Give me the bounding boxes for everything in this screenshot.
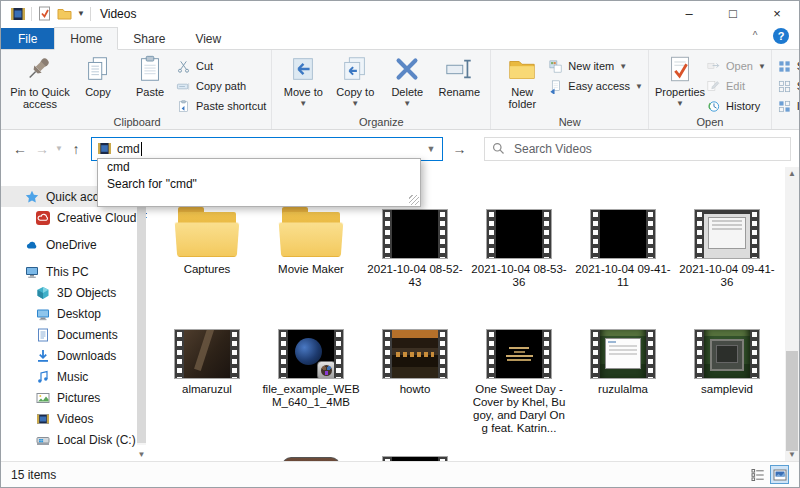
sidebar-item-this-pc[interactable]: This PC [1, 261, 147, 282]
scroll-up-icon[interactable]: ▲ [785, 169, 799, 178]
resize-grip[interactable] [409, 195, 419, 205]
tab-share[interactable]: Share [118, 28, 180, 49]
sidebar-item-downloads[interactable]: Downloads [1, 345, 147, 366]
history-icon [706, 99, 721, 114]
file-item-one-sweet-day-cover-by-khel-bugoy-and-da[interactable]: One Sweet Day - Cover by Khel, Bugoy, an… [467, 321, 571, 435]
sidebar-item-creative-cloud-fil[interactable]: Creative Cloud Fil [1, 207, 147, 228]
autocomplete-item[interactable]: cmd [98, 159, 420, 176]
dropdown-caret-icon: ▼ [619, 62, 627, 71]
collapse-ribbon-icon[interactable]: ^ [747, 30, 763, 41]
sidebar-item-desktop[interactable]: Desktop [1, 303, 147, 324]
star-icon [25, 190, 39, 204]
sidebar-item-pictures[interactable]: Pictures [1, 387, 147, 408]
cut-button[interactable]: Cut [176, 58, 266, 74]
back-icon[interactable]: ← [9, 141, 31, 157]
video-thumbnail [486, 209, 552, 259]
file-item[interactable] [363, 444, 467, 461]
copy-path-button[interactable]: Copy path [176, 78, 266, 94]
ribbon-group-new: New folderNew item▼Easy access▼New [491, 50, 649, 129]
sidebar-item-3d-objects[interactable]: 3D Objects [1, 282, 147, 303]
main-scrollbar[interactable]: ▲ ▼ [785, 167, 799, 461]
new-item-icon [548, 59, 563, 74]
list-view-button[interactable] [748, 465, 767, 484]
scrollbar-thumb[interactable] [786, 351, 798, 451]
tab-home[interactable]: Home [54, 27, 118, 50]
up-icon[interactable]: ↑ [65, 141, 87, 157]
copy-path-icon [176, 79, 191, 94]
tab-file[interactable]: File [1, 28, 54, 49]
file-item-almaruzul[interactable]: almaruzul [155, 321, 259, 435]
copy-to-button[interactable]: Copy to▼ [329, 53, 381, 111]
file-item-movie-maker[interactable]: Movie Maker [259, 201, 363, 289]
sidebar-item-local-disk-c[interactable]: Local Disk (C:) [1, 429, 147, 450]
edit-button[interactable]: Edit [706, 78, 766, 94]
new-item-button[interactable]: New item▼ [548, 58, 643, 74]
address-bar[interactable]: cmd ▼ [91, 137, 443, 161]
new-folder-button[interactable]: New folder [496, 53, 548, 111]
select-none-button[interactable]: Select none [777, 78, 800, 94]
properties-button[interactable]: Properties▼ [654, 53, 706, 111]
file-item-2021-10-04-08-52-43[interactable]: 2021-10-04 08-52-43 [363, 201, 467, 289]
copy-button[interactable]: Copy [72, 53, 124, 99]
properties-quick-icon[interactable] [37, 6, 52, 21]
address-dropdown-chevron-icon[interactable]: ▼ [420, 138, 442, 160]
sidebar-item-label: Desktop [57, 307, 101, 321]
new-folder-quick-icon[interactable] [57, 6, 72, 21]
open-button[interactable]: Open▼ [706, 58, 766, 74]
scroll-down-icon[interactable]: ▼ [785, 450, 799, 459]
recent-locations-chevron-icon[interactable]: ▼ [53, 144, 65, 153]
invert-selection-button[interactable]: Invert selection [777, 98, 800, 114]
dropdown-caret-icon: ▼ [758, 62, 766, 71]
video-thumbnail [486, 329, 552, 379]
search-box[interactable] [484, 137, 791, 161]
file-row: almaruzulfile_example_WEBM_640_1_4MBhowt… [155, 321, 779, 435]
autocomplete-item[interactable]: Search for "cmd" [98, 176, 420, 193]
file-item-2021-10-04-09-41-36[interactable]: 2021-10-04 09-41-36 [675, 201, 779, 289]
select-all-button[interactable]: Select all [777, 58, 800, 74]
file-item-ruzulalma[interactable]: ruzulalma [571, 321, 675, 435]
button-label: Easy access [568, 80, 630, 92]
file-name: 2021-10-04 08-53-36 [470, 263, 568, 289]
address-input-value[interactable]: cmd [117, 142, 140, 156]
go-to-icon[interactable]: → [446, 137, 473, 161]
file-item-2021-10-04-09-41-11[interactable]: 2021-10-04 09-41-11 [571, 201, 675, 289]
file-name: One Sweet Day - Cover by Khel, Bugoy, an… [470, 383, 568, 435]
sidebar-item-music[interactable]: Music [1, 366, 147, 387]
close-button[interactable]: × [755, 1, 799, 26]
sidebar-item-onedrive[interactable]: OneDrive [1, 234, 147, 255]
button-label: Delete [391, 86, 423, 98]
delete-button[interactable]: Delete▼ [381, 53, 433, 111]
sidebar-item-label: Pictures [57, 391, 100, 405]
sidebar-item-videos[interactable]: Videos [1, 408, 147, 429]
forward-icon[interactable]: → [31, 141, 53, 157]
paste-icon [135, 54, 165, 84]
file-item-file-example-webm-640-1-4mb[interactable]: file_example_WEBM_640_1_4MB [259, 321, 363, 435]
file-item-samplevid[interactable]: samplevid [675, 321, 779, 435]
customize-qat-arrow-icon[interactable]: ▼ [77, 9, 85, 18]
invert-selection-icon [777, 99, 792, 114]
paste-shortcut-button[interactable]: Paste shortcut [176, 98, 266, 114]
search-input[interactable] [512, 141, 790, 157]
thumbnail-view-button[interactable] [770, 465, 789, 484]
minimize-button[interactable]: – [667, 1, 711, 26]
file-item-2021-10-04-08-53-36[interactable]: 2021-10-04 08-53-36 [467, 201, 571, 289]
delete-icon [392, 54, 422, 84]
tab-view[interactable]: View [180, 28, 236, 49]
history-button[interactable]: History [706, 98, 766, 114]
scroll-down-icon[interactable]: ▼ [137, 450, 146, 459]
ribbon-small-column: Select allSelect noneInvert selection [777, 53, 800, 114]
file-item[interactable] [259, 444, 363, 461]
maximize-button[interactable]: □ [711, 1, 755, 26]
file-item-captures[interactable]: Captures [155, 201, 259, 289]
rename-button[interactable]: Rename [433, 53, 485, 99]
paste-button[interactable]: Paste [124, 53, 176, 99]
rename-icon [444, 54, 474, 84]
scrollbar-thumb[interactable] [137, 188, 146, 443]
move-to-button[interactable]: Move to▼ [277, 53, 329, 111]
easy-access-button[interactable]: Easy access▼ [548, 78, 643, 94]
help-icon[interactable]: ? [773, 28, 789, 44]
file-item-howto[interactable]: howto [363, 321, 467, 435]
pin-to-quick-access-button[interactable]: Pin to Quick access [8, 53, 72, 111]
sidebar-scrollbar[interactable] [137, 185, 146, 445]
sidebar-item-documents[interactable]: Documents [1, 324, 147, 345]
